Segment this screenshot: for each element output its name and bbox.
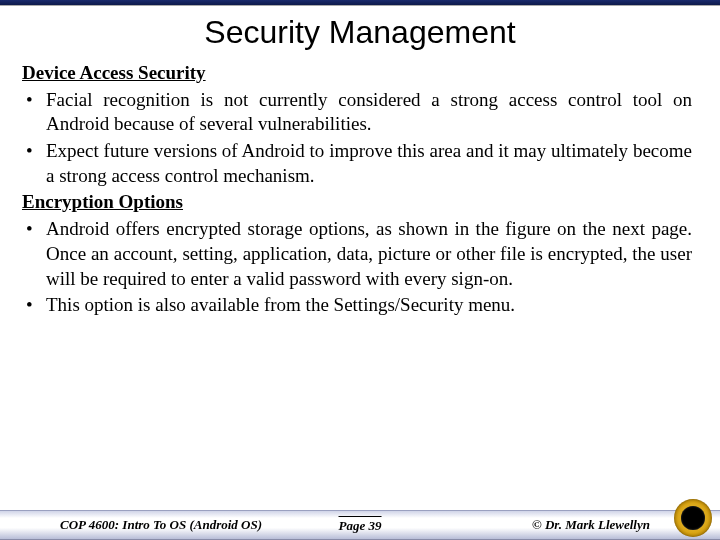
footer-copyright: © Dr. Mark Llewellyn — [532, 517, 650, 533]
section-heading-encryption: Encryption Options — [22, 190, 692, 215]
footer-band: COP 4600: Intro To OS (Android OS) Page … — [0, 510, 720, 540]
ucf-logo — [674, 499, 712, 537]
top-border-band — [0, 0, 720, 6]
bullet-item: Android offers encrypted storage options… — [22, 217, 692, 291]
footer-page-number: Page 39 — [339, 516, 382, 534]
logo-ring-icon — [674, 499, 712, 537]
bullet-item: Expect future versions of Android to imp… — [22, 139, 692, 188]
bullet-item: This option is also available from the S… — [22, 293, 692, 318]
section-heading-device-access: Device Access Security — [22, 61, 692, 86]
footer: COP 4600: Intro To OS (Android OS) Page … — [0, 510, 720, 540]
slide-body: Device Access Security Facial recognitio… — [0, 61, 720, 318]
footer-course: COP 4600: Intro To OS (Android OS) — [60, 517, 262, 533]
bullet-list-2: Android offers encrypted storage options… — [22, 217, 692, 318]
bullet-item: Facial recognition is not currently cons… — [22, 88, 692, 137]
slide-title: Security Management — [0, 14, 720, 51]
logo-center-icon — [681, 506, 705, 530]
bullet-list-1: Facial recognition is not currently cons… — [22, 88, 692, 189]
